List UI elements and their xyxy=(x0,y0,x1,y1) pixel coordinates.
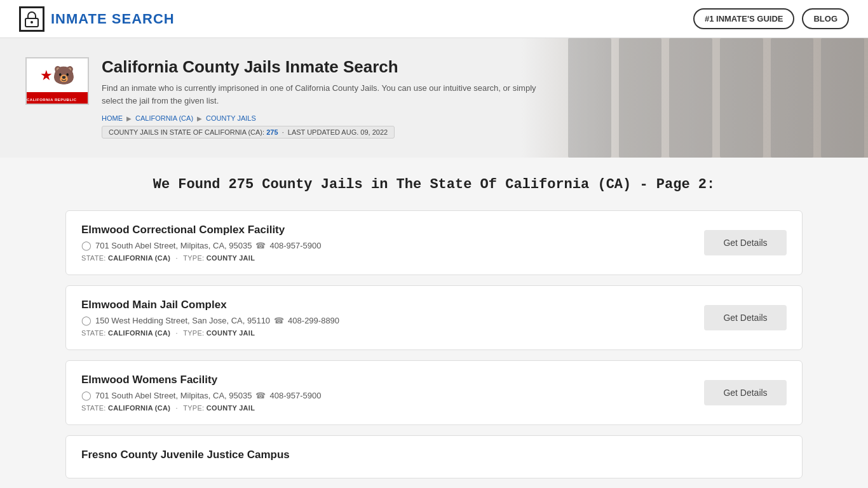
listing-info: Fresno County Juvenile Justice Campus xyxy=(81,449,787,465)
listing-inner: Fresno County Juvenile Justice Campus xyxy=(66,436,802,478)
flag-bear: 🐻 xyxy=(53,65,75,86)
breadcrumb-section[interactable]: COUNTY JAILS xyxy=(206,114,256,122)
page-heading: We Found 275 County Jails in The State O… xyxy=(65,177,803,193)
site-logo[interactable]: INMATE SEARCH xyxy=(19,6,175,32)
location-icon: ◯ xyxy=(81,315,92,325)
site-title: INMATE SEARCH xyxy=(51,11,175,27)
listing-card: Elmwood Main Jail Complex ◯ 150 West Hed… xyxy=(65,285,803,350)
breadcrumb-sep-1: ▶ xyxy=(126,115,132,122)
bar-2 xyxy=(619,38,662,158)
listing-meta: STATE: CALIFORNIA (CA) · TYPE: COUNTY JA… xyxy=(81,329,691,337)
hero-content: ★ 🐻 CALIFORNIA REPUBLIC California Count… xyxy=(25,57,546,139)
type-value: COUNTY JAIL xyxy=(207,329,255,337)
flag-stripe: CALIFORNIA REPUBLIC xyxy=(27,92,88,104)
svg-point-1 xyxy=(31,21,33,24)
state-label: STATE: xyxy=(81,404,106,412)
main-content: We Found 275 County Jails in The State O… xyxy=(53,158,815,488)
phone-text: 408-299-8890 xyxy=(288,316,339,325)
state-value: CALIFORNIA (CA) xyxy=(108,404,170,412)
state-value: CALIFORNIA (CA) xyxy=(108,329,170,337)
get-details-button[interactable]: Get Details xyxy=(704,380,787,405)
location-icon: ◯ xyxy=(81,390,92,400)
bar-3 xyxy=(669,38,712,158)
type-label: TYPE: xyxy=(183,329,204,337)
type-label: TYPE: xyxy=(183,404,204,412)
phone-icon: ☎ xyxy=(255,241,266,250)
listing-info: Elmwood Womens Facility ◯ 701 South Abel… xyxy=(81,374,691,412)
listing-address: ◯ 701 South Abel Street, Milpitas, CA, 9… xyxy=(81,390,691,400)
flag-star: ★ xyxy=(40,67,53,84)
listing-name: Elmwood Main Jail Complex xyxy=(81,299,691,311)
breadcrumb: HOME ▶ CALIFORNIA (CA) ▶ COUNTY JAILS CO… xyxy=(102,114,546,139)
listing-card: Fresno County Juvenile Justice Campus xyxy=(65,435,803,478)
get-details-button[interactable]: Get Details xyxy=(704,305,787,330)
meta-separator: · xyxy=(176,329,178,337)
breadcrumb-state[interactable]: CALIFORNIA (CA) xyxy=(135,114,193,122)
blog-button[interactable]: BLOG xyxy=(802,8,849,29)
listing-name: Fresno County Juvenile Justice Campus xyxy=(81,449,787,461)
state-label: STATE: xyxy=(81,329,106,337)
phone-text: 408-957-5900 xyxy=(269,241,321,250)
hero-bars xyxy=(564,38,868,158)
type-label: TYPE: xyxy=(183,254,204,262)
breadcrumb-sep-2: ▶ xyxy=(197,115,202,122)
listing-name: Elmwood Correctional Complex Facility xyxy=(81,224,691,236)
listing-address: ◯ 701 South Abel Street, Milpitas, CA, 9… xyxy=(81,240,691,250)
state-label: STATE: xyxy=(81,254,106,262)
hero-section: ★ 🐻 CALIFORNIA REPUBLIC California Count… xyxy=(0,38,868,158)
meta-separator: · xyxy=(176,254,178,262)
flag-text: CALIFORNIA REPUBLIC xyxy=(27,98,77,102)
listing-card: Elmwood Correctional Complex Facility ◯ … xyxy=(65,210,803,275)
breadcrumb-info: COUNTY JAILS IN STATE OF CALIFORNIA (CA)… xyxy=(102,126,395,139)
listing-info: Elmwood Main Jail Complex ◯ 150 West Hed… xyxy=(81,299,691,337)
type-value: COUNTY JAIL xyxy=(207,404,255,412)
listing-meta: STATE: CALIFORNIA (CA) · TYPE: COUNTY JA… xyxy=(81,404,691,412)
listing-name: Elmwood Womens Facility xyxy=(81,374,691,386)
listings-container: Elmwood Correctional Complex Facility ◯ … xyxy=(65,210,803,478)
bar-4 xyxy=(720,38,763,158)
main-nav: #1 INMATE'S GUIDE BLOG xyxy=(693,8,849,29)
info-updated: LAST UPDATED AUG. 09, 2022 xyxy=(288,128,388,136)
listing-card: Elmwood Womens Facility ◯ 701 South Abel… xyxy=(65,360,803,425)
california-flag: ★ 🐻 CALIFORNIA REPUBLIC xyxy=(25,57,89,105)
address-text: 701 South Abel Street, Milpitas, CA, 950… xyxy=(95,391,252,400)
address-text: 701 South Abel Street, Milpitas, CA, 950… xyxy=(95,241,252,250)
bar-5 xyxy=(771,38,814,158)
state-value: CALIFORNIA (CA) xyxy=(108,254,170,262)
phone-text: 408-957-5900 xyxy=(269,391,321,400)
address-text: 150 West Hedding Street, San Jose, CA, 9… xyxy=(95,316,270,325)
type-value: COUNTY JAIL xyxy=(207,254,255,262)
site-header: INMATE SEARCH #1 INMATE'S GUIDE BLOG xyxy=(0,0,868,38)
hero-title: California County Jails Inmate Search xyxy=(102,57,546,77)
phone-icon: ☎ xyxy=(255,391,266,400)
listing-inner: Elmwood Correctional Complex Facility ◯ … xyxy=(66,211,802,274)
get-details-button[interactable]: Get Details xyxy=(704,230,787,255)
breadcrumb-home[interactable]: HOME xyxy=(102,114,123,122)
meta-separator: · xyxy=(176,404,178,412)
info-count: 275 xyxy=(266,128,278,136)
hero-text: California County Jails Inmate Search Fi… xyxy=(102,57,546,139)
flag-top: ★ 🐻 xyxy=(27,58,88,92)
lock-icon xyxy=(23,10,41,28)
hero-description: Find an inmate who is currently imprison… xyxy=(102,82,546,107)
logo-icon xyxy=(19,6,44,32)
listing-meta: STATE: CALIFORNIA (CA) · TYPE: COUNTY JA… xyxy=(81,254,691,262)
listing-address: ◯ 150 West Hedding Street, San Jose, CA,… xyxy=(81,315,691,325)
phone-icon: ☎ xyxy=(274,316,284,325)
listing-inner: Elmwood Womens Facility ◯ 701 South Abel… xyxy=(66,361,802,424)
listing-info: Elmwood Correctional Complex Facility ◯ … xyxy=(81,224,691,262)
info-label: COUNTY JAILS IN STATE OF CALIFORNIA (CA)… xyxy=(109,128,264,136)
inmates-guide-button[interactable]: #1 INMATE'S GUIDE xyxy=(693,8,794,29)
bar-6 xyxy=(821,38,864,158)
bar-1 xyxy=(568,38,611,158)
listing-inner: Elmwood Main Jail Complex ◯ 150 West Hed… xyxy=(66,286,802,349)
location-icon: ◯ xyxy=(81,240,92,250)
